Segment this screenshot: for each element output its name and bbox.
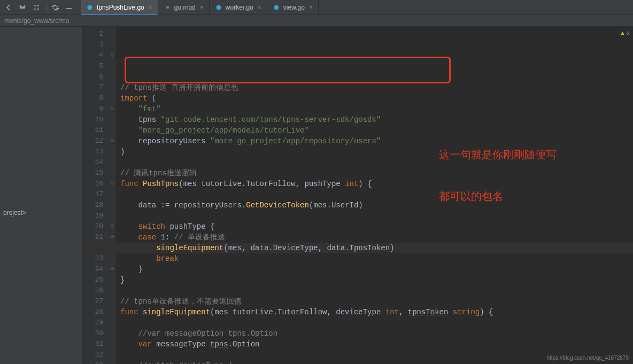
code-line[interactable] xyxy=(120,72,629,82)
fold-marker xyxy=(109,296,116,307)
tab-view-go[interactable]: ◉view.go× xyxy=(267,0,319,15)
fold-marker xyxy=(109,157,116,168)
line-number[interactable]: 10 xyxy=(85,114,103,125)
line-number[interactable]: 16 xyxy=(85,179,103,189)
close-icon[interactable]: × xyxy=(258,4,261,11)
code-line[interactable]: func PushTpns(mes tutorLive.TutorFollow,… xyxy=(120,179,629,189)
fold-marker[interactable]: ⊖ xyxy=(109,104,116,114)
line-number[interactable]: 11 xyxy=(85,125,103,136)
line-number[interactable]: 8 xyxy=(85,93,103,104)
line-number[interactable]: 31 xyxy=(85,339,103,350)
code-line[interactable]: repositoryUsers "more_go_project/app/rep… xyxy=(120,136,629,146)
project-sidebar[interactable]: project> xyxy=(0,27,83,364)
code-line[interactable]: func singleEquipment(mes tutorLive.Tutor… xyxy=(120,307,629,317)
back-icon[interactable] xyxy=(2,1,15,14)
fold-marker[interactable]: ⊖ xyxy=(109,221,116,232)
code-line[interactable] xyxy=(120,285,629,296)
fold-marker xyxy=(109,146,116,157)
line-number[interactable]: 13 xyxy=(85,146,103,157)
code-line[interactable]: //switch deviceType { xyxy=(120,360,629,364)
fold-marker xyxy=(109,125,116,136)
close-icon[interactable]: × xyxy=(149,4,152,11)
line-number[interactable]: 18 xyxy=(85,200,103,211)
code-line[interactable]: //var messageOption tpns.Option xyxy=(120,328,629,339)
fold-gutter[interactable]: ⊖⊖⊖⊖⊖⊖⊖ xyxy=(109,27,116,364)
line-number[interactable]: 3 xyxy=(85,40,103,50)
code-line[interactable]: switch pushType { xyxy=(120,221,629,232)
code-line[interactable]: tpns "git.code.tencent.com/tpns/tpns-ser… xyxy=(120,114,629,125)
code-area[interactable]: 这一句就是你刚刚随便写 都可以的包名 // tpns推送 直播开播前的信息包im… xyxy=(116,27,633,364)
code-line[interactable] xyxy=(120,211,629,221)
line-number[interactable]: 32 xyxy=(85,350,103,360)
editor[interactable]: 2345678910111213141516171819202122232425… xyxy=(83,27,633,364)
line-number[interactable]: 21 xyxy=(85,232,103,243)
close-icon[interactable]: × xyxy=(200,4,204,11)
code-line[interactable]: "more_go_project/app/models/tutorLive" xyxy=(120,125,629,136)
code-line[interactable]: // tpns单设备推送，不需要返回值 xyxy=(120,296,629,307)
code-line[interactable]: singleEquipment(mes, data.DeviceType, da… xyxy=(120,243,629,253)
toolbar-separator xyxy=(46,3,47,12)
line-number[interactable]: 24 xyxy=(85,264,103,275)
line-number[interactable]: 17 xyxy=(85,189,103,200)
code-line[interactable]: // 腾讯tpns推送逻辑 xyxy=(120,168,629,179)
fold-marker[interactable]: ⊖ xyxy=(109,232,116,243)
code-line[interactable] xyxy=(120,157,629,168)
line-number-gutter[interactable]: 2345678910111213141516171819202122232425… xyxy=(83,27,109,364)
line-number[interactable]: 5 xyxy=(85,61,103,72)
line-number[interactable]: 19 xyxy=(85,211,103,221)
line-number[interactable]: 20 xyxy=(85,221,103,232)
fold-marker[interactable]: ⊖ xyxy=(109,50,116,61)
code-line[interactable]: data := repositoryUsers.GetDeviceToken(m… xyxy=(120,200,629,211)
go-file-icon: ◉ xyxy=(273,4,280,11)
tab-label: go.mod xyxy=(174,4,196,11)
line-number[interactable]: 15 xyxy=(85,168,103,179)
code-line[interactable]: } xyxy=(120,275,629,285)
line-number[interactable]: 9 xyxy=(85,104,103,114)
line-number[interactable]: 7 xyxy=(85,82,103,93)
line-number[interactable]: 27 xyxy=(85,296,103,307)
fold-marker[interactable]: ⊖ xyxy=(109,136,116,146)
editor-tabs: ◉tpnsPushLive.go×≡go.mod×◉worker.go×◉vie… xyxy=(81,0,319,15)
code-line[interactable] xyxy=(120,317,629,328)
code-line[interactable]: ) xyxy=(120,146,629,157)
code-line[interactable]: } xyxy=(120,264,629,275)
line-number[interactable]: 26 xyxy=(85,285,103,296)
code-line[interactable]: "fmt" xyxy=(120,104,629,114)
line-number[interactable]: 23 xyxy=(85,253,103,264)
expand-icon[interactable] xyxy=(16,1,29,14)
fold-marker[interactable]: ⊖ xyxy=(109,179,116,189)
settings-split-icon[interactable] xyxy=(30,1,43,14)
line-number[interactable]: 30 xyxy=(85,328,103,339)
fold-marker xyxy=(109,29,116,40)
line-number[interactable]: 22 xyxy=(85,243,103,253)
line-number[interactable]: 14 xyxy=(85,157,103,168)
line-number[interactable]: 6 xyxy=(85,72,103,82)
code-line[interactable]: break xyxy=(120,253,629,264)
line-number[interactable]: 33 xyxy=(85,360,103,364)
close-icon[interactable]: × xyxy=(309,4,313,11)
line-number[interactable]: 2 xyxy=(85,29,103,40)
fold-marker xyxy=(109,243,116,253)
minimize-icon[interactable] xyxy=(63,1,75,14)
code-line[interactable]: import ( xyxy=(120,93,629,104)
code-line[interactable]: // tpns推送 直播开播前的信息包 xyxy=(120,82,629,93)
line-number[interactable]: 4 xyxy=(85,50,103,61)
code-line[interactable]: var messageType tpns.Option xyxy=(120,339,629,350)
fold-marker xyxy=(109,61,116,72)
gear-icon[interactable] xyxy=(49,1,61,14)
line-number[interactable]: 12 xyxy=(85,136,103,146)
tab-tpnsPushLive-go[interactable]: ◉tpnsPushLive.go× xyxy=(81,0,158,15)
tab-worker-go[interactable]: ◉worker.go× xyxy=(210,0,267,15)
code-line[interactable]: case 1: // 单设备推送 xyxy=(120,232,629,243)
line-number[interactable]: 29 xyxy=(85,317,103,328)
line-number[interactable]: 28 xyxy=(85,307,103,317)
fold-marker xyxy=(109,93,116,104)
inspection-badge[interactable]: ▲ 3 xyxy=(621,30,630,37)
tab-go-mod[interactable]: ≡go.mod× xyxy=(158,0,210,15)
fold-marker[interactable]: ⊖ xyxy=(109,264,116,275)
minimap[interactable] xyxy=(628,43,632,171)
warning-icon: ▲ xyxy=(621,30,624,37)
fold-marker xyxy=(109,211,116,221)
code-line[interactable] xyxy=(120,189,629,200)
line-number[interactable]: 25 xyxy=(85,275,103,285)
